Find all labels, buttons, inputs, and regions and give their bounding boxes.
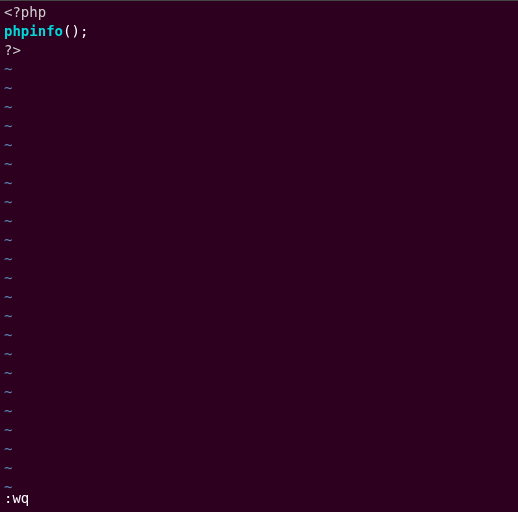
php-parentheses: () (63, 23, 80, 39)
vim-editor[interactable]: <?php phpinfo(); ?> ~~~~~~~~~~~~~~~~~~~~… (4, 3, 514, 510)
empty-line-tilde: ~ (4, 478, 514, 497)
code-line-1: <?php (4, 3, 514, 22)
php-open-tag: <?php (4, 4, 46, 20)
empty-line-tilde: ~ (4, 326, 514, 345)
vim-command-line[interactable]: :wq (4, 489, 29, 508)
empty-line-tilde: ~ (4, 212, 514, 231)
empty-line-tilde: ~ (4, 174, 514, 193)
empty-line-tilde: ~ (4, 364, 514, 383)
empty-line-tilde: ~ (4, 231, 514, 250)
empty-line-tilde: ~ (4, 440, 514, 459)
empty-lines-area: ~~~~~~~~~~~~~~~~~~~~~~~ (4, 60, 514, 497)
empty-line-tilde: ~ (4, 117, 514, 136)
php-close-tag: ?> (4, 42, 21, 58)
php-function-name: phpinfo (4, 23, 63, 39)
empty-line-tilde: ~ (4, 307, 514, 326)
empty-line-tilde: ~ (4, 60, 514, 79)
code-line-2: phpinfo(); (4, 22, 514, 41)
empty-line-tilde: ~ (4, 288, 514, 307)
empty-line-tilde: ~ (4, 421, 514, 440)
empty-line-tilde: ~ (4, 98, 514, 117)
php-semicolon: ; (80, 23, 88, 39)
code-line-3: ?> (4, 41, 514, 60)
empty-line-tilde: ~ (4, 250, 514, 269)
empty-line-tilde: ~ (4, 345, 514, 364)
empty-line-tilde: ~ (4, 79, 514, 98)
empty-line-tilde: ~ (4, 193, 514, 212)
empty-line-tilde: ~ (4, 269, 514, 288)
empty-line-tilde: ~ (4, 136, 514, 155)
empty-line-tilde: ~ (4, 459, 514, 478)
empty-line-tilde: ~ (4, 383, 514, 402)
empty-line-tilde: ~ (4, 402, 514, 421)
empty-line-tilde: ~ (4, 155, 514, 174)
